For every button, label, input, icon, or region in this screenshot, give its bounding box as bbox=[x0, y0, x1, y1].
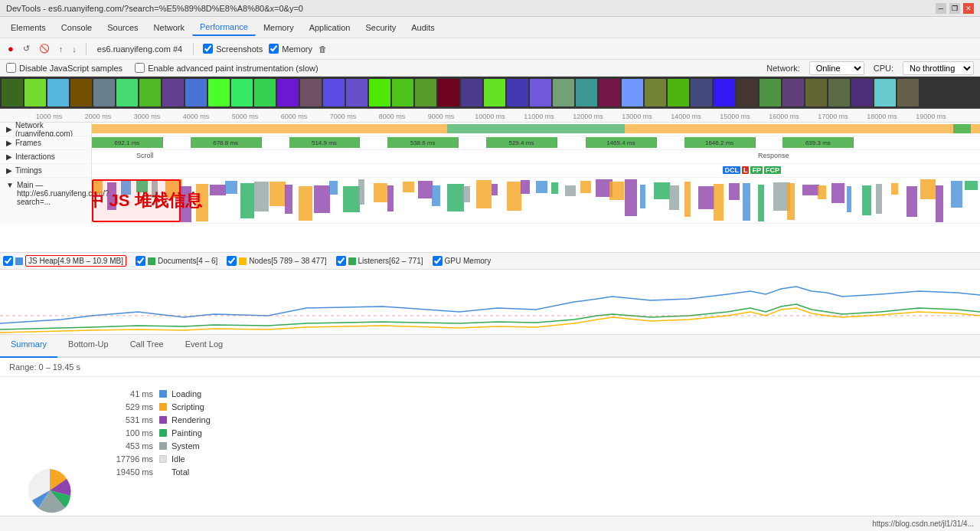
screenshots-label: Screenshots bbox=[216, 44, 263, 54]
thumbnail-31 bbox=[714, 79, 735, 107]
documents-checkbox-label[interactable]: Documents[4 – 6] bbox=[136, 256, 217, 266]
activity-block-29 bbox=[521, 180, 530, 194]
expand-interactions[interactable]: ▶ bbox=[6, 152, 12, 161]
total-color-empty bbox=[159, 468, 167, 476]
reload-button[interactable]: ↺ bbox=[20, 42, 33, 55]
expand-timings[interactable]: ▶ bbox=[6, 166, 12, 175]
network-row-content bbox=[92, 123, 980, 136]
trash-button[interactable]: 🗑 bbox=[315, 43, 330, 55]
thumbnail-37 bbox=[851, 79, 873, 107]
menu-memory[interactable]: Memory bbox=[256, 20, 302, 35]
thumbnail-5 bbox=[116, 79, 138, 107]
painting-label: Painting bbox=[172, 428, 202, 438]
activity-block-44 bbox=[743, 183, 750, 221]
activity-block-9 bbox=[225, 181, 237, 194]
title-bar-title: DevTools - es6.ruanyifeng.com/?search=%E… bbox=[6, 4, 936, 13]
menu-bar: Elements Console Sources Network Perform… bbox=[0, 17, 980, 38]
toolbar-separator-1 bbox=[86, 43, 87, 55]
close-button[interactable]: ✕ bbox=[963, 3, 974, 14]
screenshots-checkbox[interactable] bbox=[203, 44, 213, 54]
tab-call-tree[interactable]: Call Tree bbox=[119, 335, 175, 358]
listeners-checkbox-label[interactable]: Listeners[62 – 771] bbox=[336, 256, 423, 266]
screenshots-checkbox-label[interactable]: Screenshots bbox=[203, 44, 263, 54]
menu-application[interactable]: Application bbox=[302, 20, 358, 35]
nodes-label: Nodes[5 789 – 38 477] bbox=[249, 257, 326, 265]
rendering-label: Rendering bbox=[172, 415, 211, 424]
expand-main[interactable]: ▼ bbox=[6, 181, 14, 189]
network-select[interactable]: Online Fast 3G Slow 3G Offline bbox=[809, 61, 864, 75]
expand-frames[interactable]: ▶ bbox=[6, 139, 12, 147]
stat-rendering: 531 ms Rendering bbox=[106, 415, 974, 424]
cpu-select[interactable]: No throttling 4x slowdown 6x slowdown bbox=[903, 61, 974, 75]
memory-checkbox-label[interactable]: Memory bbox=[269, 44, 312, 54]
scripting-label: Scripting bbox=[172, 402, 204, 411]
clear-button[interactable]: 🚫 bbox=[36, 42, 53, 55]
thumbnail-38 bbox=[874, 79, 896, 107]
activity-block-57 bbox=[936, 185, 943, 222]
thumbnail-29 bbox=[668, 79, 689, 107]
activity-block-58 bbox=[951, 181, 962, 208]
frames-label-cell: ▶ Frames bbox=[0, 136, 92, 149]
activity-block-17 bbox=[343, 186, 360, 212]
activity-block-31 bbox=[551, 182, 558, 194]
activity-block-54 bbox=[891, 183, 898, 195]
menu-sources[interactable]: Sources bbox=[100, 20, 145, 35]
memory-checkbox[interactable] bbox=[269, 44, 279, 54]
js-heap-label: JS Heap[4.9 MB – 10.9 MB] bbox=[25, 255, 126, 267]
enable-paint-label[interactable]: Enable advanced paint instrumentation (s… bbox=[135, 63, 318, 73]
toolbar-separator-2 bbox=[193, 43, 194, 55]
download-button[interactable]: ↓ bbox=[69, 43, 80, 55]
documents-checkbox[interactable] bbox=[136, 256, 145, 266]
menu-performance[interactable]: Performance bbox=[192, 19, 256, 36]
menu-audits[interactable]: Audits bbox=[403, 20, 443, 35]
menu-console[interactable]: Console bbox=[54, 20, 100, 35]
record-button[interactable]: ● bbox=[5, 41, 17, 56]
nodes-checkbox[interactable] bbox=[227, 256, 237, 266]
disable-js-samples-checkbox[interactable] bbox=[6, 63, 16, 73]
upload-button[interactable]: ↑ bbox=[56, 43, 67, 55]
status-bar: https://blog.csdn.net/jl1/31/4... bbox=[0, 516, 980, 531]
ruler-mark-0: 1000 ms bbox=[36, 113, 63, 120]
nodes-checkbox-label[interactable]: Nodes[5 789 – 38 477] bbox=[227, 256, 326, 266]
gpu-memory-checkbox-label[interactable]: GPU Memory bbox=[433, 256, 492, 266]
disable-js-samples-label[interactable]: Disable JavaScript samples bbox=[6, 63, 122, 73]
gpu-memory-label: GPU Memory bbox=[445, 257, 492, 265]
network-label-cell: ▶ Network (ruanyifeng.com) bbox=[0, 123, 92, 136]
frames-row-content: 692.1 ms678.8 ms514.9 ms538.6 ms529.4 ms… bbox=[92, 136, 980, 149]
js-heap-checkbox[interactable] bbox=[3, 256, 13, 266]
gpu-memory-checkbox[interactable] bbox=[433, 256, 443, 266]
frames-row: ▶ Frames 692.1 ms678.8 ms514.9 ms538.6 m… bbox=[0, 136, 980, 150]
menu-network[interactable]: Network bbox=[146, 20, 192, 35]
stat-total: 19450 ms Total bbox=[106, 467, 974, 477]
thumbnail-36 bbox=[828, 79, 850, 107]
status-url: https://blog.csdn.net/jl1/31/4... bbox=[872, 520, 974, 528]
activity-block-27 bbox=[492, 184, 498, 195]
minimize-button[interactable]: ─ bbox=[936, 3, 946, 14]
rendering-ms: 531 ms bbox=[106, 415, 159, 424]
menu-elements[interactable]: Elements bbox=[3, 20, 54, 35]
activity-block-16 bbox=[329, 181, 338, 195]
timeline-container: // Generate thumbnail blocks inline FPS … bbox=[0, 77, 980, 253]
expand-network[interactable]: ▶ bbox=[6, 125, 12, 133]
stat-loading: 41 ms Loading bbox=[106, 389, 974, 398]
menu-security[interactable]: Security bbox=[358, 20, 403, 35]
restore-button[interactable]: ❐ bbox=[949, 3, 960, 14]
tab-summary[interactable]: Summary bbox=[0, 335, 57, 358]
listeners-checkbox[interactable] bbox=[336, 256, 346, 266]
thumbnail-27 bbox=[622, 79, 643, 107]
thumbnail-26 bbox=[599, 79, 620, 107]
activity-block-56 bbox=[920, 179, 936, 199]
js-heap-checkbox-label[interactable]: JS Heap[4.9 MB – 10.9 MB] bbox=[3, 255, 126, 267]
network-label: Network: bbox=[766, 64, 799, 73]
activity-block-49 bbox=[818, 185, 827, 199]
window-controls[interactable]: ─ ❐ ✕ bbox=[936, 3, 974, 14]
tab-event-log[interactable]: Event Log bbox=[175, 335, 234, 358]
thumbnail-2 bbox=[47, 79, 69, 107]
enable-paint-checkbox[interactable] bbox=[135, 63, 145, 73]
title-bar: DevTools - es6.ruanyifeng.com/?search=%E… bbox=[0, 0, 980, 17]
documents-color bbox=[148, 257, 155, 265]
cpu-label: CPU: bbox=[874, 64, 893, 73]
tab-bottom-up[interactable]: Bottom-Up bbox=[57, 335, 119, 358]
thumbnail-3 bbox=[70, 79, 92, 107]
documents-label: Documents[4 – 6] bbox=[158, 257, 217, 265]
